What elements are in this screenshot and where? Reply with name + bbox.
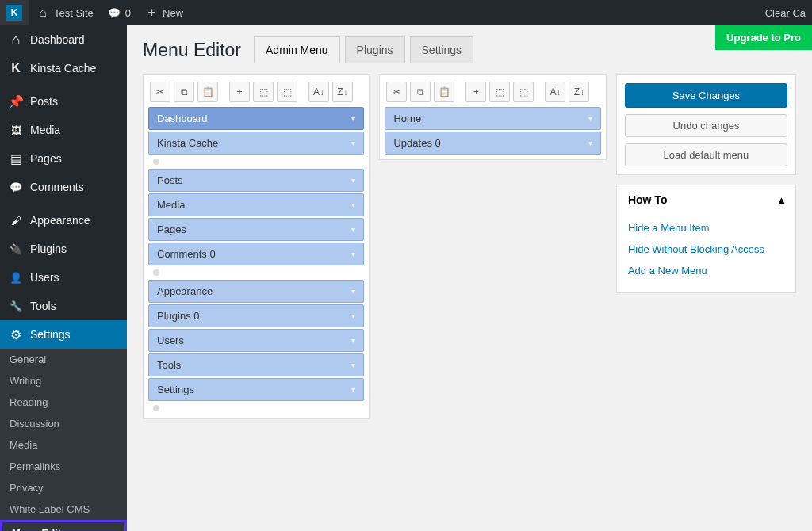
site-name-link[interactable]: Test Site [29, 0, 100, 25]
toolbar-btn-5[interactable]: ⬚ [277, 82, 297, 102]
settings-icon [8, 327, 24, 342]
menu-item-plugins-0[interactable]: Plugins 0▾ [148, 304, 364, 327]
sidebar-subitem-reading[interactable]: Reading [0, 392, 127, 413]
toolbar-btn-1[interactable]: ⧉ [410, 82, 431, 102]
collapse-icon: ▴ [779, 193, 784, 206]
toolbar-btn-3[interactable]: + [229, 82, 250, 102]
menu-item-tools[interactable]: Tools▾ [148, 353, 364, 376]
save-button[interactable]: Save Changes [625, 83, 787, 108]
sidebar-subitem-menu-editor[interactable]: Menu Editor [0, 520, 127, 531]
top-level-menu-panel: ✂⧉📋+⬚⬚A↓Z↓ Dashboard▾Kinsta Cache▾Posts▾… [143, 74, 370, 419]
toolbar-btn-7[interactable]: Z↓ [332, 82, 353, 102]
toolbar-btn-0[interactable]: ✂ [386, 82, 407, 102]
toolbar-btn-3[interactable]: + [465, 82, 486, 102]
sidebar-subitem-permalinks[interactable]: Permalinks [0, 456, 127, 477]
submenu-list: Home▾Updates 0▾ [385, 107, 600, 155]
sidebar-item-plugins[interactable]: Plugins [0, 235, 127, 263]
tool-icon [8, 298, 24, 314]
sidebar-item-pages[interactable]: Pages [0, 144, 127, 173]
howto-links: Hide a Menu ItemHide Without Blocking Ac… [617, 214, 795, 292]
toolbar-btn-4[interactable]: ⬚ [253, 82, 274, 102]
menu-item-pages[interactable]: Pages▾ [148, 218, 364, 241]
side-column: Save Changes Undo changes Load default m… [616, 74, 796, 293]
dash-icon [8, 32, 24, 48]
sidebar-item-settings[interactable]: Settings [0, 320, 127, 349]
clear-cache-link[interactable]: Clear Ca [759, 0, 812, 25]
toolbar-btn-0[interactable]: ✂ [150, 82, 170, 102]
new-content-link[interactable]: New [137, 0, 190, 25]
expand-icon: ▾ [351, 361, 355, 369]
upgrade-button[interactable]: Upgrade to Pro [715, 25, 812, 50]
undo-button[interactable]: Undo changes [625, 114, 787, 137]
page-header: Menu Editor Admin MenuPluginsSettings [127, 25, 812, 71]
tab-settings[interactable]: Settings [410, 36, 474, 63]
tab-admin-menu[interactable]: Admin Menu [254, 36, 340, 63]
howto-toggle[interactable]: How To ▴ [617, 185, 795, 214]
sidebar-item-media[interactable]: Media [0, 116, 127, 144]
menu-separator[interactable] [148, 403, 364, 414]
comment-icon [8, 179, 24, 195]
menu-separator[interactable] [148, 156, 364, 167]
menu-item-home[interactable]: Home▾ [385, 107, 600, 130]
plugin-icon [8, 241, 24, 257]
menu-item-appearance[interactable]: Appearance▾ [148, 280, 364, 303]
admin-sidebar: DashboardKinsta CachePostsMediaPagesComm… [0, 25, 127, 531]
expand-icon: ▾ [588, 139, 592, 147]
sidebar-item-label: Settings [30, 328, 71, 341]
right-toolbar: ✂⧉📋+⬚⬚A↓Z↓ [385, 80, 600, 107]
sidebar-subitem-white-label-cms[interactable]: White Label CMS [0, 499, 127, 520]
toolbar-btn-6[interactable]: A↓ [308, 82, 329, 102]
sidebar-subitem-discussion[interactable]: Discussion [0, 413, 127, 434]
howto-title: How To [628, 193, 668, 206]
expand-icon: ▾ [351, 250, 355, 258]
howto-link[interactable]: Add a New Menu [628, 260, 784, 281]
toolbar-btn-7[interactable]: Z↓ [569, 82, 589, 102]
sidebar-item-comments[interactable]: Comments [0, 173, 127, 201]
toolbar-btn-5[interactable]: ⬚ [513, 82, 534, 102]
sidebar-item-kinsta-cache[interactable]: Kinsta Cache [0, 54, 127, 82]
menu-item-settings[interactable]: Settings▾ [148, 378, 364, 401]
toolbar-btn-2[interactable]: 📋 [197, 82, 218, 102]
sidebar-item-users[interactable]: Users [0, 263, 127, 292]
sidebar-subitem-writing[interactable]: Writing [0, 370, 127, 392]
tab-plugins[interactable]: Plugins [345, 36, 405, 63]
sidebar-item-appearance[interactable]: Appearance [0, 206, 127, 235]
sidebar-item-label: Comments [30, 181, 84, 193]
toolbar-btn-2[interactable]: 📋 [434, 82, 454, 102]
sidebar-subitem-privacy[interactable]: Privacy [0, 477, 127, 499]
howto-link[interactable]: Hide a Menu Item [628, 217, 784, 239]
page-title: Menu Editor [143, 40, 241, 61]
sidebar-subitem-media[interactable]: Media [0, 434, 127, 456]
sidebar-item-label: Dashboard [30, 33, 85, 46]
toolbar-btn-6[interactable]: A↓ [545, 82, 565, 102]
menu-item-label: Pages [157, 223, 186, 235]
menu-item-updates-0[interactable]: Updates 0▾ [385, 132, 600, 155]
toolbar-btn-1[interactable]: ⧉ [174, 82, 194, 102]
howto-link[interactable]: Hide Without Blocking Access [628, 239, 784, 260]
expand-icon: ▾ [351, 139, 355, 147]
sidebar-item-tools[interactable]: Tools [0, 292, 127, 320]
sidebar-subitem-general[interactable]: General [0, 349, 127, 370]
menu-item-comments-0[interactable]: Comments 0▾ [148, 243, 364, 266]
action-buttons: Save Changes Undo changes Load default m… [616, 74, 796, 175]
admin-bar: K Test Site 0 New Clear Ca [0, 0, 812, 25]
page-icon [8, 151, 24, 166]
menu-item-media[interactable]: Media▾ [148, 193, 364, 216]
appearance-icon [8, 212, 24, 228]
load-default-button[interactable]: Load default menu [625, 143, 787, 166]
menu-item-users[interactable]: Users▾ [148, 329, 364, 352]
menu-item-kinsta-cache[interactable]: Kinsta Cache▾ [148, 132, 364, 155]
sidebar-item-label: Pages [30, 152, 62, 165]
menu-item-label: Dashboard [157, 113, 208, 124]
menu-item-dashboard[interactable]: Dashboard▾ [148, 107, 364, 130]
wp-logo[interactable]: K [0, 0, 29, 25]
sidebar-item-dashboard[interactable]: Dashboard [0, 25, 127, 54]
menu-item-label: Tools [157, 359, 181, 371]
sidebar-item-posts[interactable]: Posts [0, 87, 127, 116]
expand-icon: ▾ [351, 114, 355, 123]
menu-item-label: Appearance [157, 285, 213, 297]
comments-link[interactable]: 0 [100, 0, 137, 25]
toolbar-btn-4[interactable]: ⬚ [489, 82, 510, 102]
menu-separator[interactable] [148, 267, 364, 278]
menu-item-posts[interactable]: Posts▾ [148, 169, 364, 192]
